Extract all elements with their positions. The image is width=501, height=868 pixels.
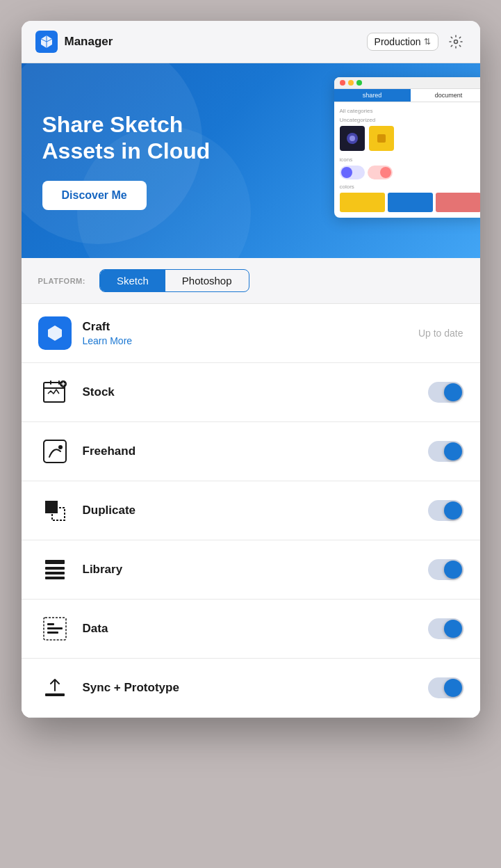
banner-title: Share Sketch Assets in Cloud [42,111,223,165]
data-plugin-icon [38,612,72,645]
mockup-min-dot [348,80,354,86]
plugin-row-data: Data [22,600,480,659]
mockup-toggle-2 [368,166,393,179]
stock-plugin-info: Stock [83,385,417,399]
library-plugin-name: Library [83,563,417,577]
stock-toggle[interactable] [428,382,463,403]
settings-button[interactable] [445,31,466,52]
duplicate-plugin-name: Duplicate [83,504,417,517]
svg-rect-6 [44,440,66,463]
discover-button[interactable]: Discover Me [42,181,147,210]
sync-prototype-plugin-info: Sync + Prototype [83,681,417,695]
svg-rect-15 [47,623,54,625]
env-selector[interactable]: Production ⇅ [367,33,438,51]
mockup-icon-2 [369,126,394,151]
svg-rect-17 [47,632,58,634]
plugin-row-duplicate: Duplicate [22,481,480,540]
mockup-tab-document: document [411,89,480,102]
mockup-toggle-row [340,166,480,179]
craft-plugin-icon [38,316,72,350]
sync-prototype-toggle-knob [444,679,462,697]
platform-photoshop-button[interactable]: Photoshop [165,270,249,291]
mockup-close-dot [340,80,345,86]
duplicate-plugin-info: Duplicate [83,504,417,517]
platform-section: PLATFORM: Sketch Photoshop [22,258,480,304]
mockup-knob-1 [341,167,352,178]
data-plugin-info: Data [83,622,417,636]
svg-rect-10 [45,560,65,564]
data-toggle[interactable] [428,618,463,639]
freehand-toggle-knob [444,442,462,460]
platform-label: PLATFORM: [38,277,85,285]
freehand-plugin-name: Freehand [83,444,417,458]
sync-prototype-toggle[interactable] [428,677,463,698]
app-logo [35,31,58,53]
library-plugin-icon [38,553,72,586]
plugin-row-stock: Stock [22,363,480,422]
stock-toggle-knob [444,383,462,401]
mockup-toggle-1 [340,166,365,179]
platform-toggle: Sketch Photoshop [99,269,249,292]
sync-prototype-plugin-name: Sync + Prototype [83,681,417,695]
stock-plugin-name: Stock [83,385,417,399]
mockup-color-blue [388,193,433,212]
craft-learn-more-link[interactable]: Learn More [83,335,407,346]
header-right: Production ⇅ [367,31,466,52]
mockup-titlebar [334,77,480,89]
mockup-knob-2 [380,167,391,178]
mockup-tabs: shared document [334,89,480,102]
mockup-icon-1 [340,126,365,151]
mockup-body: All categories Uncategorized icons [334,102,480,218]
sync-prototype-plugin-icon [38,671,72,705]
mockup-icons-row [340,126,480,151]
banner: Share Sketch Assets in Cloud Discover Me… [22,63,480,258]
duplicate-toggle[interactable] [428,500,463,521]
data-plugin-name: Data [83,622,417,636]
mockup-max-dot [356,80,362,86]
svg-point-7 [58,445,63,449]
freehand-toggle[interactable] [428,441,463,462]
freehand-plugin-info: Freehand [83,444,417,458]
craft-status: Up to date [418,328,463,339]
svg-point-0 [454,40,457,44]
app-title: Manager [65,35,113,49]
svg-rect-11 [45,567,65,570]
mockup-color-yellow [340,193,385,212]
mockup-colors-label: icons [340,156,480,163]
plugin-row-freehand: Freehand [22,422,480,481]
craft-plugin-name: Craft [83,320,407,334]
library-plugin-info: Library [83,563,417,577]
header-left: Manager [35,31,113,53]
plugins-list: Craft Learn More Up to date Stock [22,304,480,718]
mockup-icons-label: Uncategorized [340,117,480,123]
svg-point-2 [350,136,355,141]
platform-sketch-button[interactable]: Sketch [100,270,165,291]
mockup-all-categories: All categories [340,108,480,114]
stock-plugin-icon [38,376,72,409]
mockup-colors-label2: colors [340,184,480,190]
plugin-row-library: Library [22,540,480,600]
main-window: Manager Production ⇅ Share Sketch Assets… [22,21,480,718]
svg-rect-16 [47,627,63,629]
duplicate-plugin-icon [38,494,72,527]
plugin-row-craft: Craft Learn More Up to date [22,304,480,363]
env-label: Production [375,36,421,47]
banner-mockup: shared document All categories Uncategor… [334,77,480,218]
mockup-color-red [436,193,479,212]
mockup-colors-row [340,193,480,212]
svg-rect-3 [377,134,386,143]
header: Manager Production ⇅ [22,21,480,63]
data-toggle-knob [444,620,462,638]
library-toggle-knob [444,561,462,579]
svg-rect-18 [45,693,65,696]
svg-rect-13 [45,577,65,579]
chevron-up-down-icon: ⇅ [424,37,431,47]
svg-rect-12 [45,572,65,574]
craft-plugin-info: Craft Learn More [83,320,407,346]
mockup-tab-shared: shared [334,89,411,102]
plugin-row-sync-prototype: Sync + Prototype [22,659,480,718]
freehand-plugin-icon [38,435,72,468]
duplicate-toggle-knob [444,501,462,520]
library-toggle[interactable] [428,559,463,580]
